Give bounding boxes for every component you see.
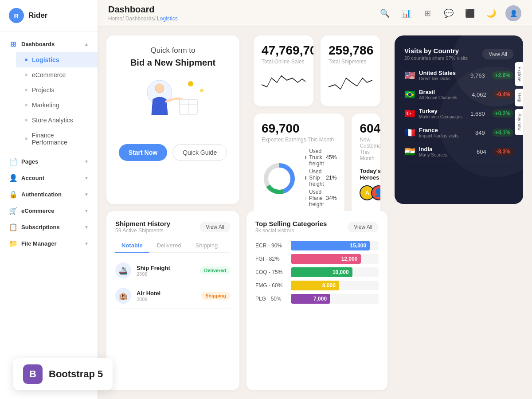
- shipments-label: Total Shipments: [329, 59, 372, 65]
- bar-plg: PLG - 50% 7,000: [255, 294, 379, 304]
- sidebar-item-projects[interactable]: Projects: [16, 82, 98, 98]
- bid-title: Quick form to: [150, 46, 195, 55]
- pages-icon: 📄: [9, 157, 17, 166]
- categories-title: Top Selling Categories: [255, 220, 327, 227]
- plane-dot: [305, 196, 306, 200]
- shipment-title: Shipment History: [115, 220, 170, 227]
- sales-chart: [262, 69, 305, 96]
- logo-name: Rider: [28, 11, 47, 20]
- ship-icon-1: 🚢: [115, 262, 131, 278]
- svg-point-6: [200, 89, 203, 92]
- user-avatar[interactable]: 👤: [505, 5, 521, 21]
- pages-chevron: ▼: [84, 159, 89, 164]
- theme-toggle-icon[interactable]: 🌙: [484, 6, 498, 20]
- bar-eoq-label: EOQ - 75%: [255, 269, 286, 275]
- tab-delivered[interactable]: Delivered: [151, 239, 188, 253]
- categories-card: Top Selling Categories 8k social visitor…: [246, 211, 387, 390]
- sidebar-section-subscriptions[interactable]: 📋 Subscriptions ▼: [0, 219, 98, 235]
- categories-view-all[interactable]: View All: [348, 222, 379, 232]
- tab-notable[interactable]: Notable: [115, 239, 149, 253]
- sidebar-item-label-logistics: Logistics: [32, 56, 59, 63]
- dashboards-chevron: ▲: [84, 42, 89, 47]
- sidebar-section-pages[interactable]: 📄 Pages ▼: [0, 153, 98, 170]
- account-icon: 👤: [9, 174, 17, 182]
- bar-ecr-track: 15,000: [291, 241, 379, 250]
- chart-icon[interactable]: 📊: [399, 6, 413, 20]
- bar-ecr-fill: 15,000: [291, 241, 370, 250]
- ecommerce2-label: eCommerce: [21, 207, 54, 214]
- donut-chart: [262, 161, 297, 196]
- sidebar-section-account[interactable]: 👤 Account ▼: [0, 170, 98, 186]
- bar-plg-label: PLG - 50%: [255, 296, 286, 302]
- start-now-button[interactable]: Start Now: [119, 144, 167, 161]
- dashboards-label: Dashboards: [21, 41, 55, 47]
- heroes-title: Today's Heroes: [360, 168, 372, 181]
- stat-cards-top: 47,769,700 Tons Total Online Sales 259,7…: [254, 35, 380, 106]
- subscriptions-icon: 📋: [9, 223, 17, 231]
- bid-buttons: Start Now Quick Guide: [119, 144, 227, 161]
- categories-header: Top Selling Categories 8k social visitor…: [255, 220, 379, 234]
- subscriptions-label: Subscriptions: [21, 224, 60, 231]
- earnings-value: 69,700: [262, 121, 336, 136]
- apps-icon[interactable]: ⬛: [463, 6, 477, 20]
- projects-dot: [25, 89, 27, 91]
- breadcrumb-current: Logistics: [157, 16, 178, 22]
- shipment-tabs: Notable Delivered Shipping: [115, 239, 231, 253]
- tab-shipping[interactable]: Shipping: [189, 239, 224, 253]
- filemanager-label: File Manager: [21, 240, 56, 247]
- ship-name-1: Ship Freight: [137, 265, 194, 271]
- ship-name-2: Air Hotel: [137, 290, 196, 297]
- sidebar-item-ecommerce[interactable]: eCommerce: [16, 67, 98, 82]
- bar-eoq-fill: 10,000: [291, 267, 352, 277]
- help-button[interactable]: Help: [515, 89, 523, 107]
- topbar-left: Dashboard Home/ Dashboards/ Logistics: [108, 4, 178, 22]
- in-flag: 🇮🇳: [404, 146, 415, 157]
- auth-label: Authentication: [21, 191, 62, 198]
- bar-chart: ECR - 90% 15,000 FGI - 82% 12,000 EOQ - …: [255, 241, 379, 304]
- sidebar-item-store-analytics[interactable]: Store Analytics: [16, 113, 98, 128]
- bar-eoq-track: 10,000: [291, 267, 379, 277]
- earnings-card: 69,700 Expected Earnings This Month: [254, 113, 344, 217]
- filemanager-icon: 📁: [9, 239, 17, 248]
- ship-pct: 21%: [326, 175, 336, 181]
- shipment-view-all[interactable]: View All: [200, 222, 231, 232]
- sidebar-item-logistics[interactable]: Logistics: [16, 52, 98, 67]
- bar-fmg-track: 8,000: [291, 281, 379, 290]
- sidebar-item-marketing[interactable]: Marketing: [16, 98, 98, 113]
- tr-flag: 🇹🇷: [404, 108, 415, 119]
- search-icon[interactable]: 🔍: [378, 6, 392, 20]
- ship-info-1: Ship Freight 2808: [137, 265, 194, 277]
- shipment-history-card: Shipment History 59 Active Shipments Vie…: [106, 211, 239, 390]
- quick-guide-button[interactable]: Quick Guide: [172, 144, 227, 161]
- account-chevron: ▼: [84, 176, 89, 180]
- buy-now-button[interactable]: Buy now: [515, 109, 523, 135]
- bar-fgi: FGI - 82% 12,000: [255, 254, 379, 264]
- logo-icon: R: [9, 8, 24, 23]
- bar-fmg: FMG - 60% 8,000: [255, 281, 379, 290]
- sidebar-section-filemanager[interactable]: 📁 File Manager ▼: [0, 235, 98, 252]
- chat-icon[interactable]: 💬: [442, 6, 456, 20]
- bootstrap-badge: B Bootstrap 5: [13, 358, 113, 390]
- dashboards-icon: ⊞: [9, 40, 17, 48]
- topbar-right: 🔍 📊 ⊞ 💬 ⬛ 🌙 👤: [378, 5, 521, 21]
- bar-plg-track: 7,000: [291, 294, 379, 304]
- sales-value: 47,769,700: [262, 43, 313, 58]
- breadcrumb: Home/ Dashboards/ Logistics: [108, 16, 178, 22]
- page-title: Dashboard: [108, 4, 178, 15]
- sidebar-item-finance-performance[interactable]: Finance Performance: [16, 128, 98, 150]
- account-label: Account: [21, 175, 44, 181]
- grid-icon[interactable]: ⊞: [420, 6, 434, 20]
- sidebar-item-label-store-analytics: Store Analytics: [32, 117, 73, 124]
- edge-buttons: Explore Help Buy now: [515, 62, 523, 135]
- stat-card-shipments: 259,786 Total Shipments: [321, 35, 380, 106]
- ecommerce-dot: [25, 74, 27, 76]
- shipment-header: Shipment History 59 Active Shipments Vie…: [115, 220, 231, 234]
- sidebar-item-label-marketing: Marketing: [32, 102, 59, 109]
- bid-subtitle: Bid a New Shipment: [130, 58, 215, 68]
- sidebar-section-dashboards[interactable]: ⊞ Dashboards ▲: [0, 36, 98, 52]
- sidebar-section-ecommerce2[interactable]: 🛒 eCommerce ▼: [0, 203, 98, 219]
- truck-dot: [305, 156, 306, 159]
- explore-button[interactable]: Explore: [515, 62, 523, 86]
- breadcrumb-dashboards: Dashboards/: [125, 16, 157, 22]
- sidebar-section-auth[interactable]: 🔒 Authentication ▼: [0, 186, 98, 203]
